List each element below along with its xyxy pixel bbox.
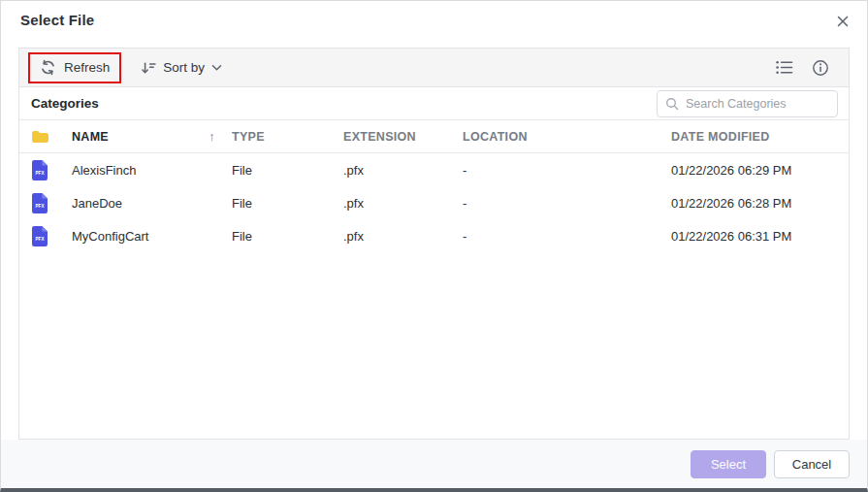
- pfx-file-icon: PFX: [32, 226, 48, 246]
- list-view-button[interactable]: [772, 55, 797, 81]
- sort-ascending-arrow: ↑: [209, 129, 232, 144]
- close-button[interactable]: [832, 11, 853, 32]
- refresh-button[interactable]: Refresh: [32, 55, 117, 81]
- toolbar: Refresh Sort by: [19, 49, 849, 87]
- categories-bar: Categories: [19, 87, 849, 120]
- select-file-dialog: Select File: [0, 0, 868, 492]
- cell-extension: .pfx: [343, 163, 463, 178]
- cell-type: File: [232, 163, 343, 178]
- column-header-name-label: NAME: [72, 130, 109, 144]
- cell-extension: .pfx: [343, 229, 463, 244]
- sortby-button[interactable]: Sort by: [133, 55, 230, 81]
- svg-text:PFX: PFX: [36, 171, 46, 176]
- pfx-file-icon: PFX: [32, 160, 48, 180]
- cell-name: AlexisFinch: [72, 163, 232, 178]
- sortby-label: Sort by: [163, 60, 205, 75]
- select-button[interactable]: Select: [691, 450, 766, 478]
- cell-type: File: [232, 196, 343, 211]
- cell-date-modified: 01/22/2026 06:31 PM: [671, 229, 849, 244]
- refresh-icon: [40, 59, 56, 76]
- row-icon-cell: PFX: [19, 160, 72, 180]
- row-icon-cell: PFX: [19, 226, 72, 246]
- table-row-alexisfinch[interactable]: PFX AlexisFinch File .pfx - 01/22/2026 0…: [19, 153, 849, 186]
- table-row-janedoe[interactable]: PFX JaneDoe File .pfx - 01/22/2026 06:28…: [19, 186, 849, 219]
- cell-name: JaneDoe: [72, 196, 232, 211]
- chevron-down-icon: [211, 64, 222, 72]
- search-categories-input[interactable]: [686, 97, 829, 111]
- refresh-label: Refresh: [64, 60, 110, 75]
- svg-text:PFX: PFX: [36, 237, 46, 242]
- annotation-highlight-refresh: Refresh: [28, 52, 121, 83]
- folder-icon: [31, 129, 49, 144]
- details-info-button[interactable]: [808, 55, 833, 81]
- cell-name: MyConfigCart: [72, 229, 232, 244]
- dialog-title: Select File: [20, 11, 94, 28]
- grid-body: PFX AlexisFinch File .pfx - 01/22/2026 0…: [19, 153, 849, 439]
- row-icon-cell: PFX: [19, 193, 72, 213]
- column-header-extension-label: EXTENSION: [343, 130, 416, 144]
- column-header-location[interactable]: LOCATION: [463, 130, 671, 144]
- cell-extension: .pfx: [343, 196, 463, 211]
- dialog-footer: Select Cancel: [1, 440, 867, 488]
- list-view-icon: [776, 60, 793, 75]
- cancel-button[interactable]: Cancel: [774, 450, 850, 478]
- cell-location: -: [463, 163, 671, 178]
- pfx-file-icon: PFX: [32, 193, 48, 213]
- column-header-date-modified-label: DATE MODIFIED: [671, 130, 770, 144]
- file-manager-panel: Refresh Sort by: [18, 48, 850, 440]
- grid-header-icon-cell: [19, 129, 72, 144]
- search-icon: [665, 97, 679, 111]
- categories-title: Categories: [31, 96, 99, 111]
- column-header-name[interactable]: NAME ↑: [72, 129, 232, 144]
- cell-location: -: [463, 229, 671, 244]
- cell-type: File: [232, 229, 343, 244]
- grid-header-row: NAME ↑ TYPE EXTENSION LOCATION DATE MODI…: [19, 120, 849, 153]
- close-icon: [836, 15, 850, 28]
- column-header-type[interactable]: TYPE: [232, 130, 343, 144]
- sort-icon: [141, 60, 156, 76]
- svg-text:PFX: PFX: [36, 204, 46, 209]
- column-header-type-label: TYPE: [232, 130, 265, 144]
- column-header-extension[interactable]: EXTENSION: [343, 130, 463, 144]
- column-header-location-label: LOCATION: [463, 130, 528, 144]
- dialog-titlebar: Select File: [1, 1, 867, 48]
- table-row-myconfigcart[interactable]: PFX MyConfigCart File .pfx - 01/22/2026 …: [19, 219, 849, 252]
- cell-date-modified: 01/22/2026 06:29 PM: [671, 163, 849, 178]
- cell-date-modified: 01/22/2026 06:28 PM: [671, 196, 849, 211]
- info-icon: [812, 59, 829, 77]
- column-header-date-modified[interactable]: DATE MODIFIED: [671, 130, 849, 144]
- cell-location: -: [463, 196, 671, 211]
- search-box: [657, 90, 838, 117]
